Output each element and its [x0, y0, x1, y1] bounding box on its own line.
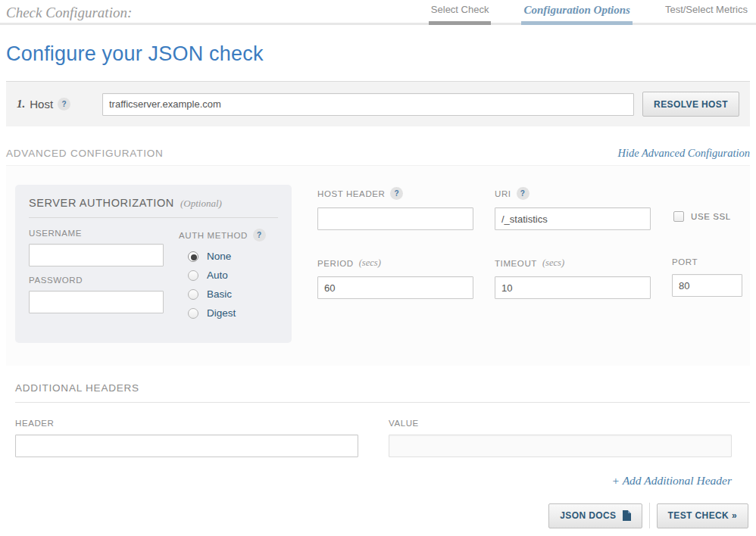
period-input[interactable] — [317, 276, 473, 299]
hide-advanced-link[interactable]: Hide Advanced Configuration — [617, 147, 750, 160]
radio-button-icon — [188, 251, 198, 262]
use-ssl-checkbox[interactable] — [673, 211, 684, 222]
advanced-configuration-header: ADVANCED CONFIGURATION Hide Advanced Con… — [6, 147, 750, 160]
advanced-section-title: ADVANCED CONFIGURATION — [6, 148, 164, 159]
additional-headers-section: ADDITIONAL HEADERS HEADER VALUE + Add Ad… — [6, 382, 750, 488]
tab-label: Test/Select Metrics — [663, 4, 750, 21]
auth-credentials-column: USERNAME PASSWORD — [29, 229, 164, 326]
port-label: PORT — [672, 257, 742, 266]
period-label: PERIOD — [317, 259, 354, 268]
page-breadcrumb: Check Configuration: — [6, 0, 132, 21]
server-auth-title-row: SERVER AUTHORIZATION (Optional) — [29, 197, 278, 210]
uri-label: URI — [495, 189, 511, 198]
tab-label: Configuration Options — [521, 4, 632, 21]
radio-label: Basic — [207, 288, 232, 300]
radio-label: Auto — [207, 270, 228, 281]
tab-test-select-metrics[interactable]: Test/Select Metrics — [663, 0, 750, 23]
username-input[interactable] — [29, 244, 164, 266]
wizard-header: Check Configuration: Select Check Config… — [0, 0, 756, 25]
add-additional-header-link[interactable]: + Add Additional Header — [612, 474, 732, 487]
test-check-button[interactable]: TEST CHECK » — [657, 503, 748, 528]
uri-label-row: URI ? — [495, 187, 651, 200]
header-name-input[interactable] — [15, 435, 358, 457]
additional-headers-title: ADDITIONAL HEADERS — [15, 382, 750, 394]
password-label: PASSWORD — [29, 276, 164, 285]
divider — [29, 217, 278, 218]
timeout-label: TIMEOUT — [495, 259, 537, 268]
auth-method-radio-auto[interactable]: Auto — [188, 270, 278, 281]
host-header-label-row: HOST HEADER ? — [317, 187, 473, 200]
optional-note: (Optional) — [180, 198, 222, 210]
json-docs-label: JSON DOCS — [560, 510, 616, 521]
divider — [649, 503, 650, 528]
period-label-row: PERIOD (secs) — [317, 257, 473, 269]
tab-select-check[interactable]: Select Check — [429, 0, 492, 23]
tab-label: Select Check — [429, 4, 492, 21]
value-label: VALUE — [389, 419, 732, 428]
document-icon — [623, 510, 631, 521]
advanced-fields: HOST HEADER ? URI ? USE SSL PERIOD — [317, 185, 742, 343]
auth-method-radio-basic[interactable]: Basic — [188, 288, 278, 300]
period-unit: (secs) — [359, 257, 381, 269]
uri-input[interactable] — [495, 207, 651, 230]
footer-actions: JSON DOCS TEST CHECK » — [548, 503, 748, 528]
use-ssl-field[interactable]: USE SSL — [673, 211, 731, 222]
tab-underline — [663, 21, 750, 25]
json-docs-button[interactable]: JSON DOCS — [548, 503, 642, 528]
divider — [15, 402, 750, 403]
wizard-tabs: Select Check Configuration Options Test/… — [398, 0, 750, 23]
host-label-group: 1. Host ? — [17, 98, 102, 111]
host-header-label: HOST HEADER — [317, 189, 385, 198]
timeout-unit: (secs) — [542, 257, 564, 269]
port-field: PORT — [672, 257, 742, 297]
port-input[interactable] — [672, 274, 742, 297]
auth-method-label: AUTH METHOD — [179, 231, 248, 240]
uri-field: URI ? — [495, 187, 651, 230]
host-label: Host — [30, 98, 53, 111]
auth-method-radio-digest[interactable]: Digest — [188, 307, 278, 319]
header-value-field: VALUE — [389, 419, 732, 457]
timeout-field: TIMEOUT (secs) — [495, 257, 651, 299]
server-auth-title: SERVER AUTHORIZATION — [29, 197, 174, 209]
host-help-icon[interactable]: ? — [58, 98, 70, 111]
username-label: USERNAME — [29, 229, 164, 238]
header-name-field: HEADER — [15, 419, 358, 457]
server-authorization-box: SERVER AUTHORIZATION (Optional) USERNAME… — [15, 185, 292, 343]
auth-method-column: AUTH METHOD ? None Auto Basic Dige — [179, 229, 278, 326]
timeout-input[interactable] — [495, 276, 651, 299]
password-input[interactable] — [29, 291, 164, 313]
radio-button-icon — [188, 289, 198, 300]
step-number: 1. — [17, 98, 25, 111]
tab-underline — [429, 21, 492, 25]
header-label: HEADER — [15, 419, 358, 428]
auth-method-label-row: AUTH METHOD ? — [179, 229, 278, 242]
host-header-field: HOST HEADER ? — [317, 187, 473, 230]
host-header-help-icon[interactable]: ? — [390, 187, 403, 200]
advanced-panel: SERVER AUTHORIZATION (Optional) USERNAME… — [6, 165, 750, 366]
radio-button-icon — [188, 308, 198, 319]
radio-label: Digest — [207, 307, 236, 319]
page-title: Configure your JSON check — [6, 42, 750, 66]
radio-button-icon — [188, 270, 198, 281]
host-section: 1. Host ? RESOLVE HOST — [6, 81, 750, 126]
host-input[interactable] — [102, 93, 634, 116]
timeout-label-row: TIMEOUT (secs) — [495, 257, 651, 269]
auth-method-help-icon[interactable]: ? — [253, 229, 266, 242]
auth-method-radio-none[interactable]: None — [188, 251, 278, 262]
tab-configuration-options[interactable]: Configuration Options — [521, 0, 632, 23]
period-field: PERIOD (secs) — [317, 257, 473, 299]
tab-underline — [521, 21, 632, 25]
use-ssl-label: USE SSL — [691, 212, 731, 221]
radio-label: None — [207, 251, 231, 262]
resolve-host-button[interactable]: RESOLVE HOST — [642, 92, 739, 117]
header-value-input[interactable] — [389, 435, 732, 457]
host-header-input[interactable] — [317, 207, 473, 230]
uri-help-icon[interactable]: ? — [517, 187, 530, 200]
